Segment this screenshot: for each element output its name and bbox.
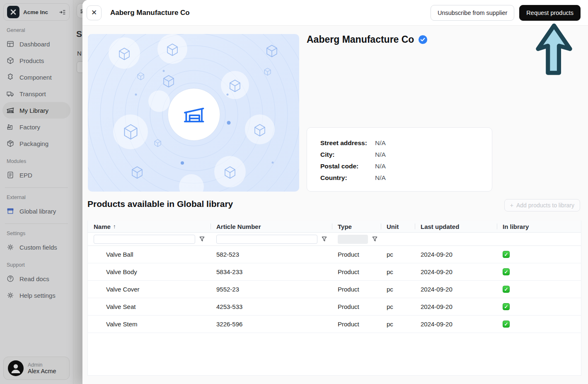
add-products-button[interactable]: + Add products to library (504, 199, 580, 211)
name-filter-input[interactable] (94, 235, 195, 244)
cell-name: Valve Cover (88, 286, 211, 293)
unsubscribe-button[interactable]: Unsubscribe from supplier (431, 5, 514, 21)
cell-unit: pc (381, 268, 415, 275)
cell-article-number: 4253-533 (211, 303, 332, 310)
column-header-article-number[interactable]: Article Number (211, 221, 332, 232)
close-icon: ✕ (91, 8, 97, 17)
cell-name: Valve Seat (88, 303, 211, 310)
cell-name: Valve Body (88, 268, 211, 275)
cell-unit: pc (381, 286, 415, 293)
request-products-button[interactable]: Request products (519, 5, 581, 21)
address-value: N/A (375, 139, 386, 147)
column-header-in-library[interactable]: In library (497, 221, 581, 232)
address-card: Street address: N/A City: N/A Postal cod… (307, 127, 492, 192)
column-header-name[interactable]: Name ↑ (88, 221, 211, 232)
column-header-unit[interactable]: Unit (381, 221, 415, 232)
panel-body: Aaberg Manufacture Co Street address: N/… (82, 26, 588, 384)
address-row: Postal code: N/A (320, 160, 479, 172)
cell-name: Valve Ball (88, 251, 211, 258)
plus-icon: + (510, 202, 513, 209)
address-value: N/A (375, 151, 386, 158)
annotation-arrow-up-icon (535, 23, 573, 78)
cell-article-number: 3226-596 (211, 321, 332, 328)
products-table: Name ↑ Article Number Type Unit Last upd… (87, 221, 581, 376)
supplier-panel: ✕ Aaberg Manufacture Co Unsubscribe from… (82, 0, 588, 384)
address-label: Country: (320, 174, 375, 182)
cell-type: Product (332, 251, 381, 258)
filter-funnel-icon[interactable] (199, 236, 205, 242)
in-library-check-icon: ✓ (503, 251, 510, 258)
address-row: Street address: N/A (320, 137, 479, 149)
filter-funnel-icon[interactable] (372, 236, 378, 242)
address-label: Street address: (320, 139, 375, 147)
column-header-type[interactable]: Type (332, 221, 381, 232)
cell-last-updated: 2024-09-20 (415, 251, 497, 258)
cell-unit: pc (381, 303, 415, 310)
address-label: Postal code: (320, 163, 375, 170)
verified-badge-icon (418, 35, 428, 44)
cell-article-number: 582-523 (211, 251, 332, 258)
address-row: Country: N/A (320, 172, 479, 184)
in-library-check-icon: ✓ (503, 321, 510, 328)
table-row[interactable]: Valve Stem 3226-596 Product pc 2024-09-2… (88, 316, 581, 333)
close-button[interactable]: ✕ (87, 5, 102, 20)
address-row: City: N/A (320, 149, 479, 160)
table-header-row: Name ↑ Article Number Type Unit Last upd… (88, 221, 581, 233)
cell-article-number: 5834-233 (211, 268, 332, 275)
table-row[interactable]: Valve Cover 9552-23 Product pc 2024-09-2… (88, 281, 581, 298)
panel-title: Aaberg Manufacture Co (110, 9, 190, 17)
table-row[interactable]: Valve Seat 4253-533 Product pc 2024-09-2… (88, 298, 581, 316)
cell-unit: pc (381, 321, 415, 328)
address-value: N/A (375, 174, 386, 182)
cell-article-number: 9552-23 (211, 286, 332, 293)
cell-last-updated: 2024-09-20 (415, 303, 497, 310)
cell-type: Product (332, 268, 381, 275)
address-value: N/A (375, 163, 386, 170)
column-header-last-updated[interactable]: Last updated (415, 221, 497, 232)
table-row[interactable]: Valve Body 5834-233 Product pc 2024-09-2… (88, 263, 581, 281)
in-library-check-icon: ✓ (503, 286, 510, 293)
cell-last-updated: 2024-09-20 (415, 268, 497, 275)
panel-header: ✕ Aaberg Manufacture Co Unsubscribe from… (82, 0, 588, 26)
in-library-check-icon: ✓ (503, 268, 510, 275)
table-filter-row (88, 233, 581, 246)
supplier-name-heading: Aaberg Manufacture Co (307, 34, 428, 45)
cell-type: Product (332, 286, 381, 293)
cell-unit: pc (381, 251, 415, 258)
cell-name: Valve Stem (88, 321, 211, 328)
supplier-illustration (88, 34, 299, 192)
cell-type: Product (332, 321, 381, 328)
in-library-check-icon: ✓ (503, 303, 510, 310)
address-label: City: (320, 151, 375, 158)
article-number-filter-input[interactable] (216, 235, 317, 244)
sort-asc-icon: ↑ (113, 223, 116, 230)
cell-last-updated: 2024-09-20 (415, 286, 497, 293)
cell-last-updated: 2024-09-20 (415, 321, 497, 328)
filter-funnel-icon[interactable] (321, 236, 327, 242)
table-row[interactable]: Valve Ball 582-523 Product pc 2024-09-20… (88, 246, 581, 263)
type-filter-select[interactable] (338, 235, 368, 244)
cell-type: Product (332, 303, 381, 310)
products-section-title: Products available in Global library (87, 199, 233, 209)
